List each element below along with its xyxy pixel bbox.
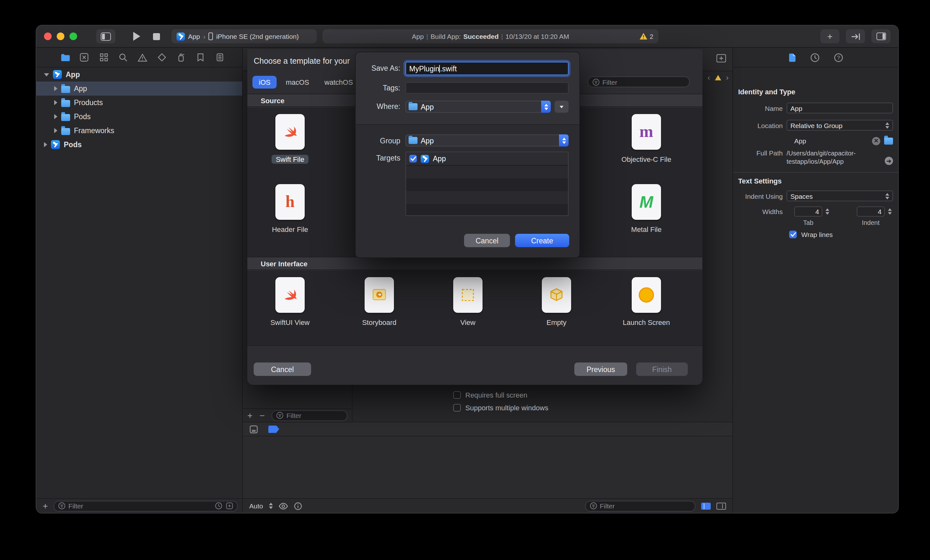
targets-table: App (405, 152, 568, 216)
eye-icon[interactable] (278, 502, 288, 509)
target-row-app[interactable]: App (406, 152, 568, 166)
issue-navigator-icon[interactable] (137, 52, 148, 63)
choose-folder-icon[interactable] (884, 137, 893, 144)
template-empty[interactable]: Empty (521, 277, 591, 327)
test-navigator-icon[interactable] (156, 52, 168, 63)
template-swift-file[interactable]: Swift File (255, 114, 325, 164)
popup-chevrons-icon[interactable] (269, 503, 273, 509)
expand-dialog-button[interactable] (554, 101, 568, 113)
tree-item-app-group[interactable]: App (36, 82, 242, 95)
close-window-button[interactable] (44, 32, 52, 40)
sheet-cancel-button[interactable]: Cancel (254, 363, 311, 376)
window-toolbar: App › iPhone SE (2nd generation) App | B… (36, 26, 898, 48)
library-button[interactable]: + (821, 29, 839, 43)
breakpoints-toggle-icon[interactable] (268, 425, 279, 433)
template-filter-field[interactable]: Filter (588, 77, 690, 87)
tags-field[interactable] (405, 82, 568, 94)
template-view[interactable]: View (433, 277, 503, 327)
tree-item-pods-project[interactable]: Pods (36, 138, 242, 152)
console-filter-field[interactable]: Filter (585, 500, 696, 511)
source-control-status-icon[interactable] (226, 502, 233, 510)
target-checkbox[interactable] (409, 155, 417, 163)
template-storyboard[interactable]: Storyboard (344, 277, 414, 327)
sheet-finish-button[interactable]: Finish (636, 363, 688, 376)
disclosure-triangle-icon[interactable] (54, 114, 57, 119)
debug-area-icon[interactable] (249, 425, 258, 434)
tab-width-stepper[interactable] (824, 206, 831, 217)
tab-ios[interactable]: iOS (253, 76, 277, 89)
tree-item-frameworks-group[interactable]: Frameworks (36, 124, 242, 138)
remove-target-button[interactable]: − (259, 411, 265, 420)
clear-location-icon[interactable]: ✕ (872, 137, 880, 145)
symbol-navigator-icon[interactable] (98, 52, 109, 63)
group-popup[interactable]: App (405, 134, 568, 146)
back-chevron-icon[interactable]: ‹ (708, 73, 710, 82)
dialog-create-button[interactable]: Create (515, 234, 569, 247)
toggle-inspectors-button[interactable] (871, 29, 890, 43)
requires-fullscreen-checkbox[interactable] (453, 391, 461, 399)
indent-width-stepper[interactable] (886, 206, 893, 217)
wrap-lines-checkbox[interactable] (789, 231, 797, 238)
add-editor-button[interactable] (716, 54, 726, 62)
disclosure-triangle-icon[interactable] (54, 100, 57, 105)
add-target-button[interactable]: + (247, 411, 253, 420)
tree-item-products-group[interactable]: Products (36, 95, 242, 109)
indent-width-field[interactable]: 4 (857, 206, 885, 217)
dialog-cancel-button[interactable]: Cancel (464, 234, 510, 247)
minimize-window-button[interactable] (57, 32, 65, 40)
template-launch-screen[interactable]: Launch Screen (611, 277, 681, 327)
indent-using-popup[interactable]: Spaces (787, 191, 893, 201)
filter-placeholder: Filter (602, 78, 617, 86)
disclosure-triangle-icon[interactable] (44, 142, 47, 147)
warning-badge[interactable]: 2 (639, 32, 653, 40)
scheme-selector[interactable]: App › iPhone SE (2nd generation) (171, 29, 317, 43)
report-navigator-icon[interactable] (214, 52, 226, 63)
name-field[interactable]: App (787, 103, 893, 114)
info-icon[interactable] (294, 502, 302, 510)
disclosure-triangle-icon[interactable] (54, 86, 57, 91)
stop-button[interactable] (153, 33, 160, 40)
hide-editor-button[interactable] (846, 29, 865, 43)
sheet-previous-button[interactable]: Previous (574, 363, 627, 376)
filename-field[interactable]: MyPlugin.swift (405, 62, 568, 75)
tree-item-pods-group[interactable]: Pods (36, 109, 242, 124)
navigator-filter-field[interactable]: Filter (54, 500, 238, 511)
file-inspector-icon[interactable] (788, 52, 796, 62)
forward-chevron-icon[interactable]: › (726, 73, 728, 82)
variables-view-toggle-icon[interactable] (701, 502, 711, 509)
source-control-navigator-icon[interactable] (79, 52, 90, 63)
template-header-file[interactable]: h Header File (255, 184, 325, 234)
indent-sublabel: Indent (857, 219, 885, 226)
tab-width-field[interactable]: 4 (794, 206, 822, 217)
find-navigator-icon[interactable] (117, 52, 129, 63)
location-popup[interactable]: Relative to Group (787, 120, 893, 131)
tree-item-label: App (74, 85, 87, 92)
tree-item-app-project[interactable]: App (36, 68, 242, 82)
add-file-button[interactable]: + (43, 502, 48, 510)
breakpoint-navigator-icon[interactable] (195, 52, 206, 63)
supports-multiwindow-checkbox[interactable] (453, 404, 461, 412)
targets-filter-field[interactable]: Filter (272, 410, 347, 421)
toggle-navigator-button[interactable] (96, 29, 115, 43)
project-navigator-icon[interactable] (59, 52, 71, 63)
template-objective-c-file[interactable]: m Objective-C File (611, 114, 681, 164)
console-view-toggle-icon[interactable] (716, 502, 726, 509)
zoom-window-button[interactable] (69, 32, 77, 40)
history-inspector-icon[interactable] (810, 52, 819, 62)
auto-variables-popup[interactable]: Auto (249, 502, 263, 510)
warning-icon[interactable] (714, 75, 722, 81)
tags-label: Tags: (356, 84, 400, 92)
jump-to-path-icon[interactable]: ➔ (885, 157, 893, 165)
disclosure-triangle-icon[interactable] (44, 73, 49, 76)
where-popup[interactable]: App (405, 101, 551, 113)
disclosure-triangle-icon[interactable] (54, 128, 57, 133)
quick-help-inspector-icon[interactable]: ? (833, 52, 843, 62)
run-button[interactable] (133, 32, 140, 41)
template-metal-file[interactable]: M Metal File (611, 184, 681, 234)
tab-watchos[interactable]: watchOS (318, 76, 359, 89)
recent-files-clock-icon[interactable] (215, 502, 222, 510)
indent-using-value: Spaces (790, 192, 813, 200)
template-swiftui-view[interactable]: SwiftUI View (255, 277, 325, 327)
debug-navigator-icon[interactable] (176, 52, 187, 63)
tab-macos[interactable]: macOS (280, 76, 316, 89)
